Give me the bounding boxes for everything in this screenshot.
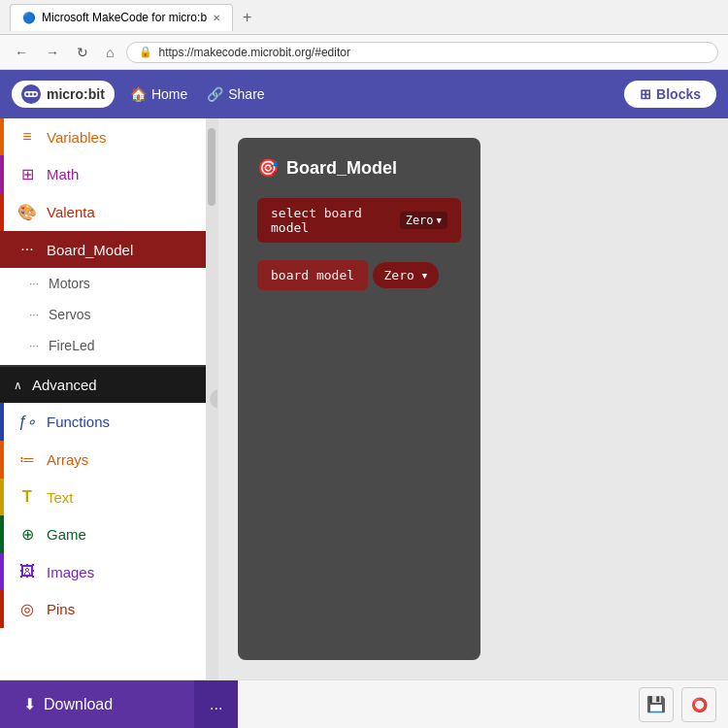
sidebar-item-math[interactable]: ⊞ Math (0, 155, 217, 193)
block1-dropdown[interactable]: Zero ▼ (400, 212, 447, 229)
blocks-button[interactable]: ⊞ Blocks (624, 81, 716, 108)
block3-dropdown-arrow-icon: ▼ (422, 271, 427, 281)
sidebar-item-text[interactable]: T Text (0, 479, 217, 515)
main-area: ≡ Variables ⊞ Math 🎨 Valenta ··· Board_M… (0, 118, 728, 679)
sidebar-item-label-math: Math (47, 166, 79, 182)
sidebar: ≡ Variables ⊞ Math 🎨 Valenta ··· Board_M… (0, 118, 218, 679)
more-options-button[interactable]: ... (194, 680, 238, 729)
zero-dropdown-block[interactable]: Zero ▼ (373, 262, 440, 288)
sidebar-item-label-images: Images (47, 564, 94, 580)
share-nav-icon: 🔗 (207, 86, 223, 102)
block1-dropdown-value: Zero (406, 214, 434, 227)
download-label: Download (44, 696, 113, 713)
board-model-icon: ··· (17, 241, 37, 258)
header-nav: 🏠 Home 🔗 Share (130, 86, 609, 102)
download-button[interactable]: ⬇ Download (0, 680, 194, 729)
sidebar-advanced-label: Advanced (32, 377, 97, 393)
sidebar-item-variables[interactable]: ≡ Variables (0, 118, 217, 155)
share-nav-item[interactable]: 🔗 Share (207, 86, 264, 102)
svg-point-1 (26, 93, 29, 96)
logo-text: micro:bit (47, 86, 105, 102)
app-header: micro:bit 🏠 Home 🔗 Share ⊞ Blocks (0, 70, 728, 118)
sidebar-item-valenta[interactable]: 🎨 Valenta (0, 193, 217, 231)
lock-icon: 🔒 (139, 46, 152, 58)
text-icon: T (17, 488, 37, 506)
home-nav-item[interactable]: 🏠 Home (130, 86, 187, 102)
sidebar-subitem-fireled[interactable]: ··· FireLed (0, 330, 217, 361)
sidebar-item-images[interactable]: 🖼 Images (0, 553, 217, 590)
bottom-right-actions: 💾 ⭕ (238, 687, 728, 722)
fireled-icon: ··· (29, 339, 39, 352)
sidebar-item-label-arrays: Arrays (47, 451, 88, 468)
variables-icon: ≡ (17, 128, 37, 146)
active-tab[interactable]: 🔵 Microsoft MakeCode for micro:b ✕ (10, 4, 233, 31)
save-button[interactable]: 💾 (639, 687, 674, 722)
images-icon: 🖼 (17, 563, 37, 580)
home-nav-label: Home (151, 86, 187, 102)
sidebar-item-label-pins: Pins (47, 601, 75, 617)
sidebar-subitem-label-motors: Motors (49, 276, 90, 291)
microbit-logo[interactable]: micro:bit (12, 81, 115, 108)
home-button[interactable]: ⌂ (101, 43, 118, 62)
sidebar-item-label-text: Text (47, 489, 74, 506)
sidebar-item-label-valenta: Valenta (47, 204, 95, 220)
block1-dropdown-arrow-icon: ▼ (437, 215, 442, 225)
board-model-block[interactable]: board model (257, 260, 368, 290)
motors-icon: ··· (29, 277, 39, 290)
block1-text: select board model (271, 206, 392, 235)
back-button[interactable]: ← (10, 43, 33, 62)
sidebar-section-advanced[interactable]: ∧ Advanced (0, 365, 217, 403)
sidebar-item-label-variables: Variables (47, 129, 106, 146)
advanced-chevron-icon: ∧ (14, 379, 22, 392)
math-icon: ⊞ (17, 165, 37, 183)
sidebar-item-game[interactable]: ⊕ Game (0, 515, 217, 553)
address-bar[interactable]: 🔒 https://makecode.microbit.org/#editor (126, 42, 718, 63)
tab-close-icon[interactable]: ✕ (213, 13, 220, 23)
block2-text: board model (271, 268, 354, 282)
sidebar-item-label-game: Game (47, 526, 86, 543)
sidebar-subitem-servos[interactable]: ··· Servos (0, 299, 217, 330)
pins-icon: ◎ (17, 600, 37, 618)
panel-title-icon: 🎯 (257, 157, 279, 179)
tab-area: 🔵 Microsoft MakeCode for micro:b ✕ + (10, 4, 257, 31)
new-tab-button[interactable]: + (237, 9, 257, 26)
refresh-button[interactable]: ↻ (72, 43, 93, 62)
share-nav-label: Share (228, 86, 264, 102)
panel-title: 🎯 Board_Model (257, 157, 461, 179)
svg-point-3 (34, 93, 37, 96)
github-icon: ⭕ (691, 697, 708, 712)
browser-tab-bar: 🔵 Microsoft MakeCode for micro:b ✕ + (0, 0, 728, 35)
sidebar-subitem-motors[interactable]: ··· Motors (0, 268, 217, 299)
bottom-bar: ⬇ Download ... 💾 ⭕ (0, 679, 728, 728)
save-icon: 💾 (646, 695, 666, 713)
game-icon: ⊕ (17, 525, 37, 544)
functions-icon: ƒ∘ (17, 413, 37, 431)
sidebar-subitem-label-fireled: FireLed (49, 338, 94, 353)
sidebar-item-pins[interactable]: ◎ Pins (0, 590, 217, 628)
sidebar-subitem-label-servos: Servos (49, 307, 91, 322)
svg-point-2 (30, 93, 33, 96)
panel-title-text: Board_Model (286, 158, 397, 179)
sidebar-item-arrays[interactable]: ≔ Arrays (0, 441, 217, 479)
github-button[interactable]: ⭕ (681, 687, 716, 722)
valenta-icon: 🎨 (17, 203, 37, 221)
sidebar-item-label-functions: Functions (47, 414, 110, 430)
block-canvas: 🎯 Board_Model select board model Zero ▼ … (218, 118, 728, 679)
sidebar-item-label-board-model: Board_Model (47, 242, 133, 258)
servos-icon: ··· (29, 308, 39, 321)
select-board-model-block[interactable]: select board model Zero ▼ (257, 198, 461, 243)
sidebar-item-board-model[interactable]: ··· Board_Model (0, 231, 217, 268)
home-nav-icon: 🏠 (130, 86, 147, 102)
arrays-icon: ≔ (17, 450, 37, 469)
tab-label: Microsoft MakeCode for micro:b (42, 11, 207, 24)
url-text: https://makecode.microbit.org/#editor (158, 46, 349, 59)
block3-dropdown-value: Zero (384, 268, 414, 282)
blocks-label: Blocks (656, 86, 701, 102)
block-panel: 🎯 Board_Model select board model Zero ▼ … (238, 138, 480, 660)
sidebar-item-functions[interactable]: ƒ∘ Functions (0, 403, 217, 441)
download-icon: ⬇ (23, 695, 36, 713)
forward-button[interactable]: → (41, 43, 64, 62)
logo-icon (21, 84, 41, 104)
blocks-icon: ⊞ (640, 86, 651, 102)
address-bar-row: ← → ↻ ⌂ 🔒 https://makecode.microbit.org/… (0, 35, 728, 70)
